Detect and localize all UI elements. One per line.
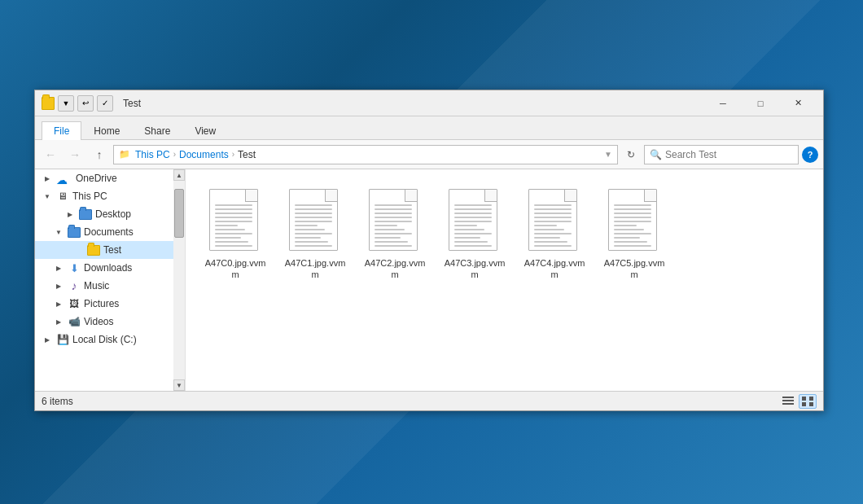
svg-rect-0 [782,397,794,398]
breadcrumb-test: Test [238,149,256,160]
sidebar-label-downloads: Downloads [84,262,132,274]
forward-button[interactable]: → [64,145,85,164]
sidebar-item-downloads[interactable]: ▶ ⬇ Downloads [35,259,173,277]
music-icon [68,280,81,291]
file-name-4: A47C4.jpg.vvmm [521,257,588,281]
svg-rect-3 [802,397,806,401]
status-bar: 6 items [35,391,823,410]
close-button[interactable]: ✕ [779,90,817,116]
scroll-thumb-area [173,181,185,379]
sidebar-label-documents: Documents [84,226,134,238]
expand-documents[interactable]: ▼ [53,226,64,238]
doc-lines-0 [215,204,252,247]
videos-icon [68,316,81,327]
scroll-thumb[interactable] [174,189,184,238]
search-icon: 🔍 [650,149,662,160]
doc-lines-3 [454,204,492,247]
onedrive-icon [56,173,72,184]
file-item-3[interactable]: A47C3.jpg.vvmm [438,182,511,287]
sidebar-item-this-pc[interactable]: ▼ This PC [35,187,173,205]
expand-videos[interactable]: ▶ [53,316,64,327]
tab-share[interactable]: Share [132,121,182,140]
file-icon-5 [608,189,660,254]
doc-lines-2 [375,204,412,247]
expand-downloads[interactable]: ▶ [53,262,64,274]
sidebar-label-desktop: Desktop [95,208,131,220]
window-controls: ─ □ ✕ [704,90,817,116]
file-item-5[interactable]: A47C5.jpg.vvmm [598,182,671,287]
doc-page-3 [449,189,497,251]
expand-onedrive[interactable]: ▶ [42,173,53,184]
undo-btn[interactable]: ↩ [77,95,94,112]
sidebar-item-desktop[interactable]: ▶ Desktop [35,205,173,223]
minimize-button[interactable]: ─ [704,90,742,116]
sidebar-item-videos[interactable]: ▶ Videos [35,313,173,331]
up-button[interactable]: ↑ [89,145,110,164]
doc-lines-1 [295,204,332,247]
svg-rect-6 [809,402,813,406]
disk-icon [56,334,69,345]
breadcrumb-dropdown-arrow[interactable]: ▼ [604,150,612,159]
sidebar-item-documents[interactable]: ▼ Documents [35,223,173,241]
file-name-2: A47C2.jpg.vvmm [361,257,428,281]
files-grid: A47C0.jpg.vvmm A47C1.jpg.vvmm A47C2.jpg.… [186,169,823,391]
search-input[interactable] [665,149,793,160]
file-item-1[interactable]: A47C1.jpg.vvmm [278,182,352,287]
main-area: ▶ OneDrive ▼ This PC ▶ Desktop [35,169,823,391]
sidebar-item-pictures[interactable]: ▶ Pictures [35,295,173,313]
svg-rect-5 [802,402,806,406]
expand-pictures[interactable]: ▶ [53,298,64,309]
status-item-count: 6 items [42,396,779,407]
breadcrumb-documents[interactable]: Documents [179,149,229,160]
breadcrumb-this-pc[interactable]: This PC [135,149,170,160]
address-breadcrumb[interactable]: 📁 This PC › Documents › Test ▼ [113,145,618,164]
large-icons-view-button[interactable] [799,394,817,409]
svg-rect-2 [782,403,794,405]
sidebar-label-test: Test [103,244,121,256]
file-name-0: A47C0.jpg.vvmm [202,257,269,281]
tab-file[interactable]: File [42,121,81,140]
doc-lines-5 [614,204,651,247]
doc-page-2 [369,189,418,251]
sidebar-scrollbar: ▲ ▼ [173,169,185,391]
file-item-0[interactable]: A47C0.jpg.vvmm [199,182,272,287]
doc-lines-4 [534,204,572,247]
tab-view[interactable]: View [182,121,228,140]
expand-desktop[interactable]: ▶ [64,208,76,220]
file-name-5: A47C5.jpg.vvmm [601,257,668,281]
window-title: Test [123,98,704,109]
ribbon: File Home Share View [35,116,823,140]
doc-page-5 [608,189,657,251]
file-item-2[interactable]: A47C2.jpg.vvmm [358,182,432,287]
file-item-4[interactable]: A47C4.jpg.vvmm [518,182,591,287]
test-folder-icon [87,245,100,256]
expand-music[interactable]: ▶ [53,280,64,291]
file-name-1: A47C1.jpg.vvmm [282,257,348,281]
sidebar-item-local-disk[interactable]: ▶ Local Disk (C:) [35,331,173,348]
quick-access-btn[interactable]: ▼ [58,95,74,112]
tab-home[interactable]: Home [81,121,132,140]
scroll-down-arrow[interactable]: ▼ [173,379,185,391]
downloads-icon: ⬇ [68,261,81,274]
back-button[interactable]: ← [40,145,61,164]
details-view-button[interactable] [779,394,797,409]
help-button[interactable]: ? [802,147,818,163]
sidebar-item-test[interactable]: Test [35,241,173,259]
view-buttons [779,394,817,409]
svg-rect-4 [809,397,813,401]
refresh-button[interactable]: ↻ [621,145,641,164]
scroll-up-arrow[interactable]: ▲ [173,169,185,181]
file-icon-0 [209,189,261,254]
sidebar: ▶ OneDrive ▼ This PC ▶ Desktop [35,169,186,391]
title-bar-icons: ▼ ↩ ✓ [42,95,113,112]
expand-this-pc[interactable]: ▼ [42,191,53,202]
expand-local-disk[interactable]: ▶ [42,334,53,345]
sidebar-item-onedrive[interactable]: ▶ OneDrive [35,169,173,187]
window-folder-icon [42,97,55,110]
properties-btn[interactable]: ✓ [97,95,113,112]
sidebar-content: ▶ OneDrive ▼ This PC ▶ Desktop [35,169,173,391]
sidebar-label-music: Music [84,280,109,291]
sidebar-item-music[interactable]: ▶ Music [35,277,173,295]
sidebar-label-pictures: Pictures [84,298,119,309]
maximize-button[interactable]: □ [742,90,779,116]
